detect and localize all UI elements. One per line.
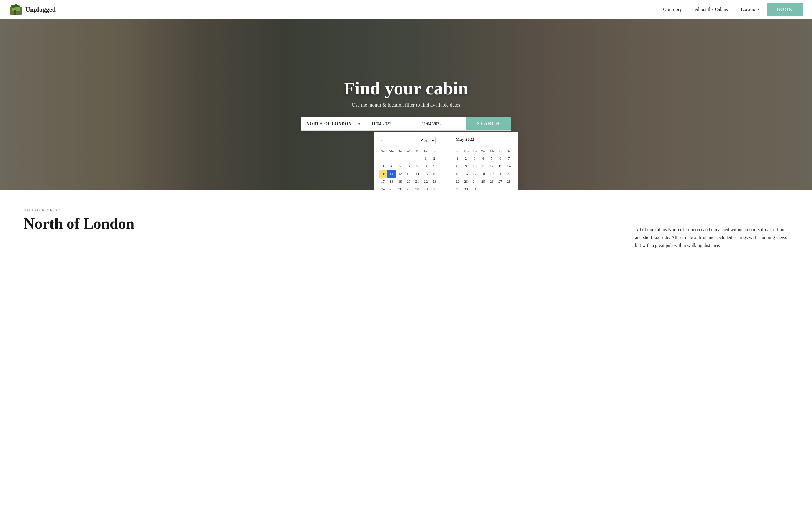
col-th: Th xyxy=(413,148,422,155)
calendar-day[interactable]: 1 xyxy=(421,155,430,162)
calendar-day[interactable]: 14 xyxy=(413,170,422,178)
calendar-day[interactable]: 13 xyxy=(405,170,413,178)
calendar-day[interactable]: 10 xyxy=(470,162,479,170)
calendar-day[interactable]: 11 xyxy=(387,170,396,178)
calendar-day[interactable]: 23 xyxy=(430,178,438,185)
may-grid: Su Mo Tu We Th Fr Sa 1234567891011121314… xyxy=(453,148,513,190)
calendar-day[interactable]: 27 xyxy=(405,185,413,190)
calendar-day[interactable]: 3 xyxy=(379,162,387,170)
calendar-day[interactable]: 16 xyxy=(430,170,438,178)
calendar-day[interactable]: 2 xyxy=(430,155,438,162)
calendar-day[interactable]: 18 xyxy=(387,178,396,185)
date-from-input[interactable] xyxy=(372,121,410,126)
search-button[interactable]: SEARCH xyxy=(466,117,511,130)
calendar-day[interactable]: 26 xyxy=(396,185,405,190)
calendar-next-button[interactable]: › xyxy=(507,137,513,144)
calendar-day[interactable]: 24 xyxy=(379,185,387,190)
calendar-day[interactable]: 21 xyxy=(505,170,513,178)
calendar-day[interactable]: 24 xyxy=(470,178,479,185)
col-sa: Sa xyxy=(505,148,513,155)
calendar-day[interactable]: 17 xyxy=(379,178,387,185)
calendar-day[interactable]: 22 xyxy=(421,178,430,185)
calendar-day[interactable]: 6 xyxy=(496,155,505,162)
calendar-day[interactable]: 15 xyxy=(421,170,430,178)
logo[interactable]: Unplugged xyxy=(10,3,56,16)
calendar-day[interactable]: 7 xyxy=(413,162,422,170)
calendar-day[interactable]: 18 xyxy=(479,170,488,178)
lower-description: All of our cabins North of London can be… xyxy=(635,208,788,250)
calendar-prev-button[interactable]: ‹ xyxy=(379,137,385,144)
calendar-day[interactable]: 16 xyxy=(462,170,470,178)
april-grid: Su Mo Tu We Th Fr Sa 1234567891011121314… xyxy=(379,148,439,190)
calendar-day[interactable]: 4 xyxy=(387,162,396,170)
calendar-day[interactable]: 3 xyxy=(470,155,479,162)
calendar-months: JanFebMar AprMayJun JulAugSep OctNovDec … xyxy=(385,137,507,144)
left-year-label: 2022 xyxy=(437,138,446,143)
calendar-day[interactable]: 28 xyxy=(505,178,513,185)
month-select[interactable]: JanFebMar AprMayJun JulAugSep OctNovDec xyxy=(418,137,435,144)
calendar-header: ‹ JanFebMar AprMayJun JulAugSep OctNovDe… xyxy=(379,137,513,144)
hero-subtitle: Use the month & location filter to find … xyxy=(352,102,460,108)
calendar-day[interactable]: 30 xyxy=(462,185,470,190)
calendar-day[interactable]: 15 xyxy=(453,170,462,178)
calendar-day[interactable]: 12 xyxy=(396,170,405,178)
calendar-day[interactable]: 9 xyxy=(462,162,470,170)
col-mo: Mo xyxy=(387,148,396,155)
calendar-day[interactable]: 9 xyxy=(430,162,438,170)
lower-section: AN HOUR OR SO North of London All of our… xyxy=(0,190,812,261)
col-fr: Fr xyxy=(421,148,430,155)
book-button[interactable]: BOOK xyxy=(767,3,802,16)
nav-our-story[interactable]: Our Story xyxy=(658,4,687,14)
date-to-input[interactable] xyxy=(422,121,460,126)
calendar-divider xyxy=(446,148,446,190)
calendar-day[interactable]: 8 xyxy=(453,162,462,170)
calendar-day[interactable]: 14 xyxy=(505,162,513,170)
nav-locations[interactable]: Locations xyxy=(736,4,765,14)
nav-about-cabins[interactable]: About the Cabins xyxy=(690,4,733,14)
calendar-day[interactable]: 19 xyxy=(396,178,405,185)
calendar-day[interactable]: 29 xyxy=(453,185,462,190)
calendar-dropdown: ‹ JanFebMar AprMayJun JulAugSep OctNovDe… xyxy=(374,132,518,190)
location-select[interactable]: NORTH OF LONDON SOUTH OF LONDON EAST OF … xyxy=(307,122,361,126)
calendar-day[interactable]: 1 xyxy=(453,155,462,162)
calendar-day[interactable]: 29 xyxy=(421,185,430,190)
calendar-day[interactable]: 17 xyxy=(470,170,479,178)
location-select-wrapper: NORTH OF LONDON SOUTH OF LONDON EAST OF … xyxy=(301,117,366,130)
calendar-day xyxy=(496,185,505,190)
calendar-day[interactable]: 20 xyxy=(405,178,413,185)
location-dropdown[interactable]: NORTH OF LONDON SOUTH OF LONDON EAST OF … xyxy=(307,121,361,126)
lower-title: North of London xyxy=(24,215,134,232)
calendar-day[interactable]: 23 xyxy=(462,178,470,185)
calendar-day[interactable]: 19 xyxy=(488,170,496,178)
col-th: Th xyxy=(488,148,496,155)
calendar-day[interactable]: 4 xyxy=(479,155,488,162)
calendar-day[interactable]: 10 xyxy=(379,170,387,178)
col-mo: Mo xyxy=(462,148,470,155)
hero-content: Find your cabin Use the month & location… xyxy=(301,78,511,130)
calendar-day[interactable]: 11 xyxy=(479,162,488,170)
calendar-day[interactable]: 6 xyxy=(405,162,413,170)
calendar-day[interactable]: 2 xyxy=(462,155,470,162)
calendar-day[interactable]: 26 xyxy=(488,178,496,185)
calendar-day[interactable]: 5 xyxy=(488,155,496,162)
calendar-day[interactable]: 5 xyxy=(396,162,405,170)
calendar-day[interactable]: 31 xyxy=(470,185,479,190)
calendar-day[interactable]: 8 xyxy=(421,162,430,170)
calendar-day xyxy=(479,185,488,190)
calendar-day[interactable]: 25 xyxy=(479,178,488,185)
logo-text: Unplugged xyxy=(25,5,56,13)
calendar-day[interactable]: 7 xyxy=(505,155,513,162)
calendar-day[interactable]: 28 xyxy=(413,185,422,190)
calendar-day[interactable]: 22 xyxy=(453,178,462,185)
calendar-day[interactable]: 20 xyxy=(496,170,505,178)
calendar-day[interactable]: 13 xyxy=(496,162,505,170)
calendar-day[interactable]: 12 xyxy=(488,162,496,170)
calendar-day xyxy=(396,155,405,162)
calendar-day[interactable]: 21 xyxy=(413,178,422,185)
calendar-day[interactable]: 30 xyxy=(430,185,438,190)
calendar-day[interactable]: 25 xyxy=(387,185,396,190)
calendar-day[interactable]: 27 xyxy=(496,178,505,185)
left-month-header: JanFebMar AprMayJun JulAugSep OctNovDec … xyxy=(418,137,446,144)
search-bar: NORTH OF LONDON SOUTH OF LONDON EAST OF … xyxy=(301,117,511,131)
right-month-label: May 2022 xyxy=(455,137,474,144)
